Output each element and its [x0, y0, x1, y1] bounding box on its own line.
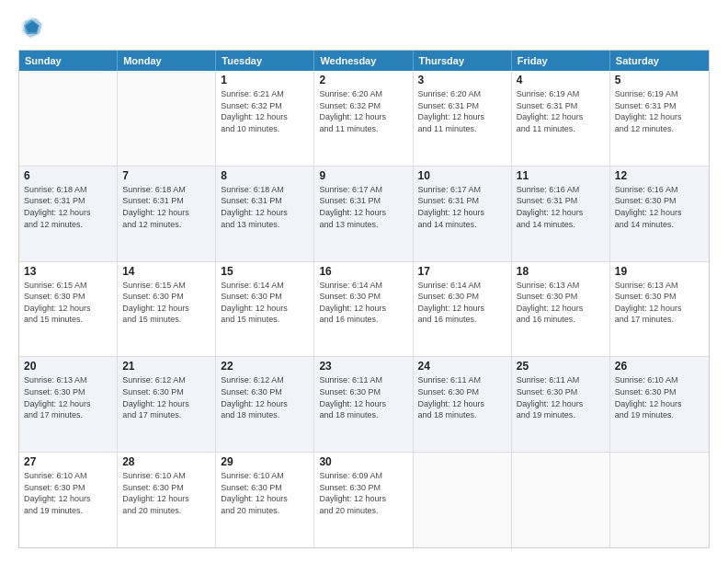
header-day-tuesday: Tuesday [216, 51, 314, 71]
logo-icon [18, 15, 44, 40]
calendar-row-1: 1Sunrise: 6:21 AM Sunset: 6:32 PM Daylig… [19, 71, 709, 167]
day-number: 3 [418, 74, 506, 86]
day-number: 8 [221, 169, 309, 182]
calendar-header: SundayMondayTuesdayWednesdayThursdayFrid… [19, 51, 709, 71]
day-info: Sunrise: 6:11 AM Sunset: 6:30 PM Dayligh… [319, 374, 407, 420]
calendar-cell-2-7: 12Sunrise: 6:16 AM Sunset: 6:30 PM Dayli… [610, 167, 709, 261]
calendar-cell-5-2: 28Sunrise: 6:10 AM Sunset: 6:30 PM Dayli… [118, 453, 216, 547]
calendar-cell-3-1: 13Sunrise: 6:15 AM Sunset: 6:30 PM Dayli… [19, 262, 118, 357]
calendar: SundayMondayTuesdayWednesdayThursdayFrid… [18, 50, 710, 548]
day-number: 24 [418, 360, 506, 373]
calendar-cell-3-7: 19Sunrise: 6:13 AM Sunset: 6:30 PM Dayli… [610, 262, 709, 357]
calendar-cell-1-1 [19, 71, 118, 166]
calendar-cell-4-3: 22Sunrise: 6:12 AM Sunset: 6:30 PM Dayli… [216, 357, 314, 452]
calendar-body: 1Sunrise: 6:21 AM Sunset: 6:32 PM Daylig… [19, 71, 709, 547]
calendar-cell-1-5: 3Sunrise: 6:20 AM Sunset: 6:31 PM Daylig… [414, 71, 512, 166]
calendar-cell-1-3: 1Sunrise: 6:21 AM Sunset: 6:32 PM Daylig… [216, 71, 314, 166]
header-day-thursday: Thursday [414, 51, 512, 71]
day-number: 13 [24, 265, 112, 278]
day-info: Sunrise: 6:18 AM Sunset: 6:31 PM Dayligh… [122, 184, 210, 230]
calendar-cell-5-5 [414, 453, 512, 547]
calendar-cell-5-6 [512, 453, 610, 547]
day-info: Sunrise: 6:14 AM Sunset: 6:30 PM Dayligh… [418, 280, 506, 326]
calendar-cell-2-6: 11Sunrise: 6:16 AM Sunset: 6:31 PM Dayli… [512, 167, 610, 261]
day-info: Sunrise: 6:20 AM Sunset: 6:31 PM Dayligh… [418, 88, 506, 134]
calendar-cell-4-5: 24Sunrise: 6:11 AM Sunset: 6:30 PM Dayli… [414, 357, 512, 452]
day-info: Sunrise: 6:09 AM Sunset: 6:30 PM Dayligh… [319, 470, 407, 516]
day-info: Sunrise: 6:19 AM Sunset: 6:31 PM Dayligh… [615, 88, 704, 134]
calendar-cell-1-2 [118, 71, 216, 166]
day-number: 18 [517, 265, 605, 278]
day-info: Sunrise: 6:16 AM Sunset: 6:31 PM Dayligh… [517, 184, 605, 230]
day-number: 2 [319, 74, 407, 86]
day-number: 10 [418, 169, 506, 182]
calendar-row-2: 6Sunrise: 6:18 AM Sunset: 6:31 PM Daylig… [19, 167, 709, 262]
day-number: 12 [615, 169, 704, 182]
day-number: 11 [517, 169, 605, 182]
calendar-cell-3-3: 15Sunrise: 6:14 AM Sunset: 6:30 PM Dayli… [216, 262, 314, 357]
calendar-cell-2-5: 10Sunrise: 6:17 AM Sunset: 6:31 PM Dayli… [414, 167, 512, 261]
day-info: Sunrise: 6:15 AM Sunset: 6:30 PM Dayligh… [24, 280, 112, 326]
day-number: 1 [221, 74, 309, 86]
day-number: 26 [615, 360, 704, 373]
logo [18, 15, 48, 40]
calendar-cell-3-4: 16Sunrise: 6:14 AM Sunset: 6:30 PM Dayli… [314, 262, 413, 357]
day-number: 22 [221, 360, 309, 373]
day-info: Sunrise: 6:12 AM Sunset: 6:30 PM Dayligh… [122, 374, 210, 420]
day-info: Sunrise: 6:16 AM Sunset: 6:30 PM Dayligh… [615, 184, 704, 230]
calendar-cell-3-2: 14Sunrise: 6:15 AM Sunset: 6:30 PM Dayli… [118, 262, 216, 357]
day-number: 7 [122, 169, 210, 182]
day-number: 6 [24, 169, 112, 182]
calendar-cell-4-2: 21Sunrise: 6:12 AM Sunset: 6:30 PM Dayli… [118, 357, 216, 452]
calendar-cell-5-7 [610, 453, 709, 547]
day-info: Sunrise: 6:13 AM Sunset: 6:30 PM Dayligh… [517, 280, 605, 326]
calendar-row-3: 13Sunrise: 6:15 AM Sunset: 6:30 PM Dayli… [19, 262, 709, 358]
day-number: 17 [418, 265, 506, 278]
day-info: Sunrise: 6:20 AM Sunset: 6:32 PM Dayligh… [319, 88, 407, 134]
day-info: Sunrise: 6:18 AM Sunset: 6:31 PM Dayligh… [24, 184, 112, 230]
day-info: Sunrise: 6:13 AM Sunset: 6:30 PM Dayligh… [615, 280, 704, 326]
day-info: Sunrise: 6:10 AM Sunset: 6:30 PM Dayligh… [122, 470, 210, 516]
day-number: 9 [319, 169, 407, 182]
day-info: Sunrise: 6:13 AM Sunset: 6:30 PM Dayligh… [24, 374, 112, 420]
day-number: 14 [122, 265, 210, 278]
calendar-cell-5-3: 29Sunrise: 6:10 AM Sunset: 6:30 PM Dayli… [216, 453, 314, 547]
day-info: Sunrise: 6:18 AM Sunset: 6:31 PM Dayligh… [221, 184, 309, 230]
calendar-cell-2-3: 8Sunrise: 6:18 AM Sunset: 6:31 PM Daylig… [216, 167, 314, 261]
day-number: 27 [24, 455, 112, 468]
calendar-cell-3-5: 17Sunrise: 6:14 AM Sunset: 6:30 PM Dayli… [414, 262, 512, 357]
calendar-cell-1-4: 2Sunrise: 6:20 AM Sunset: 6:32 PM Daylig… [314, 71, 413, 166]
header-day-saturday: Saturday [610, 51, 709, 71]
calendar-row-4: 20Sunrise: 6:13 AM Sunset: 6:30 PM Dayli… [19, 357, 709, 453]
calendar-cell-1-6: 4Sunrise: 6:19 AM Sunset: 6:31 PM Daylig… [512, 71, 610, 166]
day-number: 16 [319, 265, 407, 278]
calendar-row-5: 27Sunrise: 6:10 AM Sunset: 6:30 PM Dayli… [19, 453, 709, 547]
calendar-cell-4-1: 20Sunrise: 6:13 AM Sunset: 6:30 PM Dayli… [19, 357, 118, 452]
day-info: Sunrise: 6:21 AM Sunset: 6:32 PM Dayligh… [221, 88, 309, 134]
day-number: 15 [221, 265, 309, 278]
header-day-sunday: Sunday [19, 51, 118, 71]
day-info: Sunrise: 6:17 AM Sunset: 6:31 PM Dayligh… [418, 184, 506, 230]
calendar-cell-5-1: 27Sunrise: 6:10 AM Sunset: 6:30 PM Dayli… [19, 453, 118, 547]
page: SundayMondayTuesdayWednesdayThursdayFrid… [0, 0, 728, 563]
day-info: Sunrise: 6:14 AM Sunset: 6:30 PM Dayligh… [319, 280, 407, 326]
calendar-cell-2-2: 7Sunrise: 6:18 AM Sunset: 6:31 PM Daylig… [118, 167, 216, 261]
day-number: 30 [319, 455, 407, 468]
header-day-monday: Monday [118, 51, 216, 71]
day-info: Sunrise: 6:15 AM Sunset: 6:30 PM Dayligh… [122, 280, 210, 326]
calendar-cell-5-4: 30Sunrise: 6:09 AM Sunset: 6:30 PM Dayli… [314, 453, 413, 547]
day-info: Sunrise: 6:14 AM Sunset: 6:30 PM Dayligh… [221, 280, 309, 326]
calendar-cell-4-7: 26Sunrise: 6:10 AM Sunset: 6:30 PM Dayli… [610, 357, 709, 452]
day-number: 28 [122, 455, 210, 468]
calendar-cell-1-7: 5Sunrise: 6:19 AM Sunset: 6:31 PM Daylig… [610, 71, 709, 166]
day-number: 23 [319, 360, 407, 373]
calendar-cell-3-6: 18Sunrise: 6:13 AM Sunset: 6:30 PM Dayli… [512, 262, 610, 357]
day-number: 25 [517, 360, 605, 373]
day-info: Sunrise: 6:17 AM Sunset: 6:31 PM Dayligh… [319, 184, 407, 230]
day-info: Sunrise: 6:11 AM Sunset: 6:30 PM Dayligh… [418, 374, 506, 420]
day-info: Sunrise: 6:11 AM Sunset: 6:30 PM Dayligh… [517, 374, 605, 420]
day-number: 5 [615, 74, 704, 86]
day-info: Sunrise: 6:19 AM Sunset: 6:31 PM Dayligh… [517, 88, 605, 134]
header [18, 15, 710, 40]
day-number: 29 [221, 455, 309, 468]
